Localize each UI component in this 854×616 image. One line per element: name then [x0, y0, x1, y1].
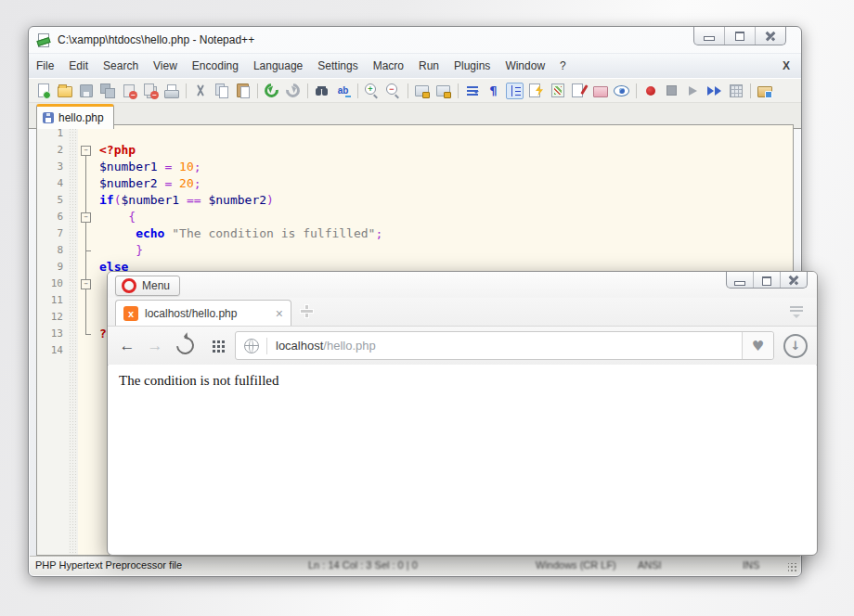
menu-[interactable]: ?: [552, 55, 574, 77]
paste-icon[interactable]: [234, 83, 252, 99]
code-line[interactable]: 2−<?php: [37, 142, 793, 159]
fold-margin[interactable]: −: [78, 142, 95, 159]
download-button[interactable]: ↓: [783, 334, 808, 358]
notepad-window-controls: [693, 27, 786, 45]
fold-collapse-icon[interactable]: −: [81, 279, 91, 289]
macro-record-icon[interactable]: [641, 83, 659, 99]
menu-run[interactable]: Run: [411, 55, 446, 77]
doc-switcher-icon[interactable]: [591, 83, 609, 99]
macro-play-icon[interactable]: [684, 83, 702, 99]
sync-h-icon[interactable]: [434, 83, 452, 99]
menu-macro[interactable]: Macro: [366, 55, 411, 77]
close-button[interactable]: [755, 27, 785, 45]
forward-button: →: [141, 337, 169, 355]
maximize-button[interactable]: [724, 27, 755, 45]
redo-icon[interactable]: [284, 83, 302, 99]
address-bar[interactable]: localhost/hello.php ♥: [235, 331, 774, 360]
replace-icon[interactable]: [334, 83, 352, 99]
code-line[interactable]: 3$number1 = 10;: [37, 159, 793, 175]
fold-collapse-icon[interactable]: −: [81, 146, 91, 156]
resize-grip[interactable]: [788, 563, 797, 572]
minimize-button[interactable]: [694, 27, 724, 45]
menu-settings[interactable]: Settings: [310, 55, 365, 77]
fold-margin[interactable]: −: [78, 209, 95, 225]
monitoring-icon[interactable]: [613, 83, 630, 99]
code-line[interactable]: 1: [37, 125, 793, 142]
status-doc-type: PHP Hypertext Preprocessor file: [35, 559, 182, 571]
opera-maximize-button[interactable]: [753, 272, 780, 288]
undo-icon[interactable]: [263, 83, 280, 99]
site-badge-icon[interactable]: [244, 339, 259, 353]
tab-hello-php[interactable]: hello.php: [36, 104, 114, 129]
code-text: {: [95, 209, 136, 225]
new-file-icon[interactable]: [34, 83, 52, 99]
code-line[interactable]: 8 }: [37, 242, 793, 259]
indent-guide-icon[interactable]: [506, 83, 524, 99]
zoom-out-icon[interactable]: [384, 83, 402, 99]
new-tab-button[interactable]: [301, 305, 313, 317]
menu-bar-items: FileEditSearchViewEncodingLanguageSettin…: [29, 55, 574, 77]
toolbar: [29, 78, 801, 103]
fold-collapse-icon[interactable]: −: [81, 212, 91, 223]
line-number: 5: [37, 192, 69, 209]
show-symbols-icon[interactable]: [485, 83, 502, 99]
opera-menu-button[interactable]: Menu: [115, 276, 180, 296]
word-wrap-icon[interactable]: [463, 83, 481, 99]
reload-button[interactable]: [173, 333, 198, 358]
menu-close-document[interactable]: X: [783, 59, 790, 72]
explorer-icon[interactable]: [756, 83, 773, 99]
sync-v-icon[interactable]: [413, 83, 431, 99]
code-text: if($number1 == $number2): [95, 192, 274, 209]
fold-margin[interactable]: −: [78, 276, 95, 292]
bookmark-heart-button[interactable]: ♥: [742, 332, 773, 359]
save-icon[interactable]: [77, 83, 95, 99]
close-all-icon[interactable]: [141, 83, 159, 99]
menu-window[interactable]: Window: [498, 55, 552, 77]
menu-view[interactable]: View: [146, 55, 185, 77]
menu-language[interactable]: Language: [246, 55, 310, 77]
tab-label: hello.php: [58, 111, 104, 124]
macro-run-multi-icon[interactable]: [705, 83, 723, 99]
print-icon[interactable]: [162, 83, 180, 99]
macro-stop-icon[interactable]: [663, 83, 680, 99]
tab-close-icon[interactable]: ×: [276, 307, 283, 320]
notepad-titlebar[interactable]: C:\xampp\htdocs\hello.php - Notepad++: [29, 27, 801, 53]
opera-close-button[interactable]: [780, 272, 807, 288]
func-completion-icon[interactable]: [527, 83, 545, 99]
url-host: localhost: [276, 339, 323, 353]
menu-search[interactable]: Search: [96, 55, 146, 77]
code-line[interactable]: 7 echo "The condition is fulfilled";: [37, 225, 793, 242]
opera-tab-localhost[interactable]: x localhost/hello.php ×: [115, 300, 291, 326]
tab-menu-icon[interactable]: [789, 305, 804, 320]
speed-dial-icon[interactable]: [213, 340, 215, 343]
url-path: /hello.php: [323, 339, 375, 353]
opera-logo-icon: [122, 278, 136, 293]
menu-plugins[interactable]: Plugins: [446, 55, 498, 77]
menu-file[interactable]: File: [29, 55, 61, 77]
close-doc-icon[interactable]: [120, 83, 137, 99]
cut-icon[interactable]: [191, 83, 209, 99]
line-number: 3: [37, 159, 69, 175]
code-line[interactable]: 6− {: [37, 209, 793, 225]
opera-minimize-button[interactable]: [727, 272, 753, 288]
toolbar-separator: [408, 83, 408, 98]
open-folder-icon[interactable]: [56, 83, 73, 99]
save-all-icon[interactable]: [98, 83, 116, 99]
fold-margin: [78, 192, 95, 209]
doc-map-icon[interactable]: [549, 83, 566, 99]
back-button[interactable]: ←: [113, 337, 141, 355]
line-number: 9: [37, 259, 69, 276]
code-text: $number2 = 20;: [95, 175, 201, 192]
url-text[interactable]: localhost/hello.php: [276, 339, 376, 353]
menu-encoding[interactable]: Encoding: [185, 55, 246, 77]
code-line[interactable]: 5if($number1 == $number2): [37, 192, 793, 209]
find-icon[interactable]: [313, 83, 330, 99]
code-line[interactable]: 4$number2 = 20;: [37, 175, 793, 192]
copy-icon[interactable]: [213, 83, 230, 99]
macro-save-icon[interactable]: [727, 83, 744, 99]
func-list-icon[interactable]: [570, 83, 588, 99]
status-insert-mode: INS: [743, 559, 759, 571]
opera-titlebar[interactable]: Menu: [108, 272, 817, 298]
zoom-in-icon[interactable]: [363, 83, 381, 99]
menu-edit[interactable]: Edit: [61, 55, 96, 77]
